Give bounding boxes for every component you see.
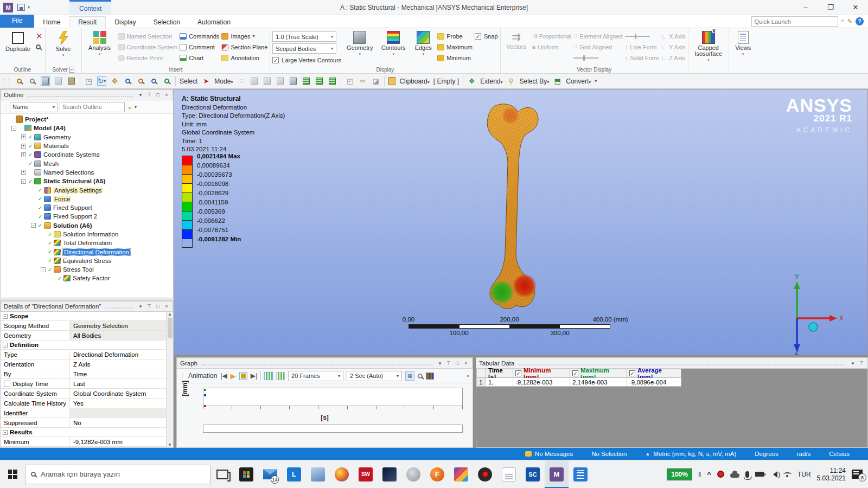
maximum-checkbox[interactable]: ✓ [572, 370, 578, 376]
tree-item-project[interactable]: Project* [1, 115, 173, 124]
zoom-previous-icon[interactable] [162, 76, 171, 86]
float-icon[interactable]: □ [155, 304, 161, 309]
zoom-fit-icon[interactable] [149, 76, 158, 86]
remote-point-button[interactable]: Remote Point [118, 53, 178, 62]
close-panel-icon[interactable]: × [463, 361, 469, 366]
tab-home[interactable]: Home [34, 17, 69, 28]
element-aligned-button[interactable]: ∷Element Aligned [573, 31, 623, 41]
tree-item-geometry[interactable]: +✓Geometry [1, 133, 173, 142]
tabular-row[interactable]: 1 1, -9,1282e-003 2,1494e-003 -9,0896e-0… [476, 378, 867, 387]
edges-button[interactable]: Edges▾ [411, 29, 435, 56]
col-average[interactable]: ✓Average [mm] [627, 369, 681, 378]
chevron-up-icon[interactable]: ^ [707, 470, 711, 478]
col-minimum[interactable]: ✓Minimum [mm] [513, 369, 570, 378]
extend-select-icon[interactable] [289, 76, 298, 86]
mesh-select-1-icon[interactable] [302, 76, 311, 86]
rotate-icon[interactable]: ↻▾ [97, 76, 106, 86]
graph-plot-area[interactable]: [mm] [s] [177, 383, 473, 447]
orientation-triad[interactable]: Y X Z [781, 274, 846, 355]
details-row[interactable]: GeometryAll Bodies [1, 331, 173, 341]
solve-button[interactable]: Solve ▾ [48, 29, 79, 57]
pin-icon[interactable]: ⊤ [146, 304, 152, 309]
zoom-in-tool-icon[interactable] [136, 76, 145, 86]
store-button[interactable] [234, 460, 258, 488]
pin-icon[interactable]: ⊤ [858, 361, 865, 366]
commands-button[interactable]: Commands [180, 31, 219, 41]
tab-automation[interactable]: Automation [189, 17, 239, 28]
scoped-bodies-dropdown[interactable]: Scoped Bodies▾ [272, 43, 336, 54]
minimum-button[interactable]: Minimum [437, 53, 473, 62]
panel-menu-icon[interactable]: ▾ [850, 361, 856, 366]
mail-button[interactable]: 14 [258, 460, 282, 488]
line-form-button[interactable]: ↑Line Form [625, 42, 659, 52]
tree-item-analysis-settings[interactable]: ✓Analysis Settings [1, 185, 173, 194]
grid-aligned-button[interactable]: ∷Grid Aligned [573, 42, 623, 52]
show-mesh-icon[interactable] [67, 76, 76, 86]
tree-item-equivalent-stress[interactable]: ✓Equivalent Stress [1, 256, 173, 265]
export-video-icon[interactable]: ▦ [405, 371, 414, 381]
model-viewport[interactable]: A: Static Structural Directional Deforma… [174, 89, 868, 355]
panel-menu-icon[interactable]: ▾ [437, 361, 443, 366]
mechanical-app-button[interactable]: M [545, 460, 569, 488]
pc-app-button[interactable] [306, 460, 330, 488]
pan-icon[interactable]: ✥ [110, 76, 119, 86]
speaker-icon[interactable] [770, 471, 777, 478]
details-row[interactable]: Minimum-9,1282e-003 mm [1, 437, 173, 447]
feedback-icon[interactable]: ✎ [847, 18, 852, 25]
details-section-definition[interactable]: -Definition [1, 341, 173, 350]
vertex-select-icon[interactable]: ⁙ [237, 76, 246, 86]
tree-item-fixed-support-2[interactable]: ✓Fixed Support 2 [1, 212, 173, 221]
tree-item-directional-deformation[interactable]: ✓Directional Deformation [1, 247, 173, 256]
sc-app-button[interactable]: SC [521, 460, 545, 488]
details-row[interactable]: Coordinate SystemGlobal Coordinate Syste… [1, 389, 173, 399]
duration-dropdown[interactable]: 2 Sec (Auto)▾ [347, 371, 402, 381]
timeline-track[interactable] [203, 425, 463, 433]
details-section-scope[interactable]: -Scope [1, 312, 173, 321]
proportional-button[interactable]: ⇉Proportional [532, 31, 572, 41]
details-row[interactable]: SuppressedNo [1, 418, 173, 428]
solid-form-button[interactable]: ↑Solid Form [625, 53, 659, 62]
delete-button[interactable]: ✕ [36, 31, 43, 41]
filter-expand-icon[interactable]: ⌄ [127, 103, 132, 111]
tree-item-static-structural[interactable]: -✓Static Structural (A5) [1, 177, 173, 185]
contours-button[interactable]: Contours▾ [378, 29, 409, 56]
restore-button[interactable]: ❐ [818, 0, 843, 15]
toolbar-drag-handle[interactable]: ⋮⋮ [1, 78, 11, 84]
f-app-button[interactable]: F [425, 460, 449, 488]
named-selection-button[interactable]: Named Selection [118, 31, 178, 41]
details-row-display-time[interactable]: Display TimeLast [1, 379, 173, 389]
calculator-app-button[interactable] [569, 460, 592, 488]
maximum-button[interactable]: Maximum [437, 42, 473, 52]
l-app-button[interactable]: L [282, 460, 306, 488]
vector-scale-slider[interactable] [625, 31, 659, 41]
taskbar-search[interactable]: Aramak için buraya yazın [25, 465, 210, 484]
result-chart-alt-icon[interactable] [276, 372, 285, 380]
vectors-button[interactable]: ⇉ Vectors [503, 29, 530, 50]
angular-velocity-status[interactable]: rad/s [797, 451, 811, 457]
edge-select-icon[interactable] [250, 76, 259, 86]
comment-button[interactable]: Comment [180, 42, 219, 52]
tab-selection[interactable]: Selection [145, 17, 189, 28]
filter-more-icon[interactable]: ▾ [135, 105, 137, 110]
stop-icon[interactable] [239, 372, 247, 380]
play-icon[interactable]: ▶ [231, 372, 236, 380]
collapse-ribbon-icon[interactable]: ^ [841, 18, 844, 25]
toolbar-overflow-icon[interactable]: ▾ [595, 79, 597, 84]
color-bands-icon[interactable] [426, 373, 434, 380]
extend-dropdown[interactable]: Extend▾ [480, 78, 502, 85]
cloud-icon[interactable] [730, 473, 739, 478]
unit-select-icon[interactable]: ◰ [345, 76, 354, 86]
units-status[interactable]: ▲Metric (mm, kg, N, s, mV, mA) [645, 451, 736, 457]
images-button[interactable]: Images▾ [221, 31, 267, 41]
result-chart-icon[interactable] [264, 372, 273, 380]
globe-app-button[interactable] [401, 460, 425, 488]
tree-item-model[interactable]: -Model (A4) [1, 124, 173, 132]
mesh-select-3-icon[interactable] [328, 76, 337, 86]
start-button[interactable] [0, 460, 25, 488]
task-view-button[interactable] [210, 460, 234, 488]
average-checkbox[interactable]: ✓ [629, 370, 635, 376]
z-axis-button[interactable]: ∟Z Axis [661, 53, 685, 62]
last-frame-icon[interactable]: ▶| [251, 372, 257, 380]
solidworks-button[interactable]: SW [354, 460, 378, 488]
details-row[interactable]: ByTime [1, 369, 173, 379]
